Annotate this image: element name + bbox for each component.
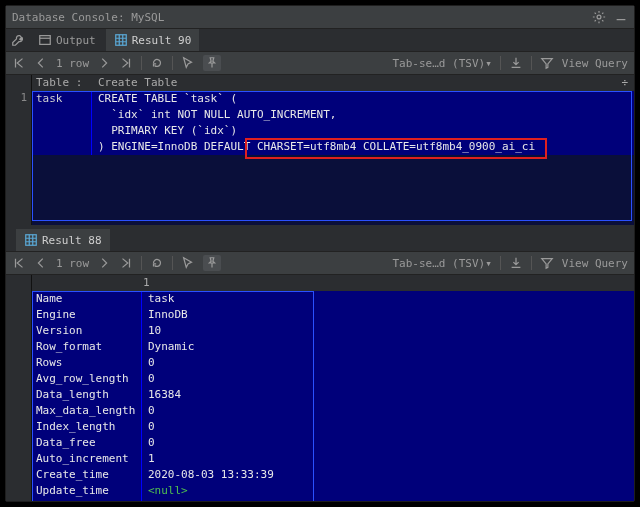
col-table: Table	[36, 76, 69, 89]
tab-output-label: Output	[56, 34, 96, 47]
col-1: 1	[137, 275, 150, 291]
status-row[interactable]: Auto_increment1	[32, 451, 634, 467]
result-pane-top: 1 Table : Create Table÷ taskCREATE TABLE…	[6, 75, 634, 225]
status-key: Check_time	[32, 499, 142, 501]
status-key: Engine	[32, 307, 142, 323]
result-body: NametaskEngineInnoDBVersion10Row_formatD…	[32, 291, 634, 501]
format-label: Tab-se…d (TSV)	[392, 57, 485, 70]
next-page-icon[interactable]	[97, 256, 111, 270]
status-value: 0	[142, 371, 634, 387]
view-query-button[interactable]: View Query	[562, 257, 628, 270]
titlebar: Database Console: MySQL	[6, 6, 634, 29]
svg-rect-2	[116, 35, 127, 46]
first-page-icon[interactable]	[12, 256, 26, 270]
separator	[500, 56, 501, 70]
status-value: 0	[142, 403, 634, 419]
bottom-tabbar: Result 88	[6, 229, 634, 252]
prev-page-icon[interactable]	[34, 256, 48, 270]
chevron-down-icon: ▾	[485, 257, 492, 270]
status-key: Data_length	[32, 387, 142, 403]
status-value: 10	[142, 323, 634, 339]
refresh-icon[interactable]	[150, 56, 164, 70]
status-value: 0	[142, 419, 634, 435]
download-icon[interactable]	[509, 256, 523, 270]
status-value: 1	[142, 451, 634, 467]
cell-table-name[interactable]: task	[32, 91, 92, 107]
first-page-icon[interactable]	[12, 56, 26, 70]
status-row[interactable]: Check_time<null>	[32, 499, 634, 501]
tab-result88[interactable]: Result 88	[16, 229, 110, 251]
grid-icon	[24, 233, 38, 247]
separator	[172, 56, 173, 70]
ddl-line[interactable]: ) ENGINE=InnoDB DEFAULT CHARSET=utf8mb4 …	[92, 139, 634, 155]
svg-point-0	[597, 15, 601, 19]
separator	[141, 56, 142, 70]
ddl-line[interactable]: CREATE TABLE `task` (	[92, 91, 634, 107]
status-value: 16384	[142, 387, 634, 403]
status-key: Index_length	[32, 419, 142, 435]
refresh-icon[interactable]	[150, 256, 164, 270]
format-dropdown[interactable]: Tab-se…d (TSV) ▾	[392, 257, 491, 270]
separator	[531, 56, 532, 70]
row-count: 1 row	[56, 57, 89, 70]
ddl-line[interactable]: `idx` int NOT NULL AUTO_INCREMENT,	[92, 107, 634, 123]
status-row[interactable]: Row_formatDynamic	[32, 339, 634, 355]
next-page-icon[interactable]	[97, 56, 111, 70]
toolbar-top: 1 row Tab-se…d (TSV) ▾ View Query	[6, 52, 634, 75]
status-key: Row_format	[32, 339, 142, 355]
status-row[interactable]: Data_free0	[32, 435, 634, 451]
result-pane-bottom: 1 NametaskEngineInnoDBVersion10Row_forma…	[6, 275, 634, 501]
last-page-icon[interactable]	[119, 256, 133, 270]
status-value: 0	[142, 435, 634, 451]
result-body: taskCREATE TABLE `task` ( `idx` int NOT …	[32, 91, 634, 155]
status-key: Avg_row_length	[32, 371, 142, 387]
minimize-icon[interactable]	[614, 10, 628, 24]
filter-icon[interactable]	[540, 256, 554, 270]
status-key: Create_time	[32, 467, 142, 483]
format-dropdown[interactable]: Tab-se…d (TSV) ▾	[392, 57, 491, 70]
status-value: Dynamic	[142, 339, 634, 355]
status-key: Name	[32, 291, 142, 307]
pin-icon[interactable]	[203, 55, 221, 71]
gear-icon[interactable]	[592, 10, 606, 24]
prev-page-icon[interactable]	[34, 56, 48, 70]
status-key: Rows	[32, 355, 142, 371]
filter-icon[interactable]	[540, 56, 554, 70]
view-query-button[interactable]: View Query	[562, 57, 628, 70]
column-headers: 1	[32, 275, 634, 291]
pin-icon[interactable]	[203, 255, 221, 271]
status-row[interactable]: Rows0	[32, 355, 634, 371]
cursor-icon[interactable]	[181, 56, 195, 70]
result-grid-bottom[interactable]: 1 NametaskEngineInnoDBVersion10Row_forma…	[32, 275, 634, 501]
status-row[interactable]: Data_length16384	[32, 387, 634, 403]
chevron-down-icon: ▾	[485, 57, 492, 70]
tab-output[interactable]: Output	[30, 29, 104, 51]
status-row[interactable]: Avg_row_length0	[32, 371, 634, 387]
tab-result90[interactable]: Result 90	[106, 29, 200, 51]
status-row[interactable]: Update_time<null>	[32, 483, 634, 499]
status-row[interactable]: EngineInnoDB	[32, 307, 634, 323]
tab-result90-label: Result 90	[132, 34, 192, 47]
column-headers: Table : Create Table÷	[32, 75, 634, 91]
status-row[interactable]: Version10	[32, 323, 634, 339]
col-create-table: Create Table	[98, 76, 177, 89]
ide-window: Database Console: MySQL Output Result 90…	[5, 5, 635, 502]
ddl-line[interactable]: PRIMARY KEY (`idx`)	[92, 123, 634, 139]
status-key: Version	[32, 323, 142, 339]
status-row[interactable]: Index_length0	[32, 419, 634, 435]
status-row[interactable]: Create_time2020-08-03 13:33:39	[32, 467, 634, 483]
status-value: 0	[142, 355, 634, 371]
ddl-charset: CHARSET=utf8mb4 COLLATE=utf8mb4_0900_ai_…	[250, 140, 535, 153]
row-gutter	[6, 275, 32, 501]
status-row[interactable]: Max_data_length0	[32, 403, 634, 419]
last-page-icon[interactable]	[119, 56, 133, 70]
status-value: task	[142, 291, 634, 307]
status-row[interactable]: Nametask	[32, 291, 634, 307]
window-title: Database Console: MySQL	[12, 11, 586, 24]
download-icon[interactable]	[509, 56, 523, 70]
cursor-icon[interactable]	[181, 256, 195, 270]
wrench-icon[interactable]	[10, 33, 26, 47]
result-grid-top[interactable]: Table : Create Table÷ taskCREATE TABLE `…	[32, 75, 634, 225]
top-tabbar: Output Result 90	[6, 29, 634, 52]
status-value: 2020-08-03 13:33:39	[142, 467, 634, 483]
